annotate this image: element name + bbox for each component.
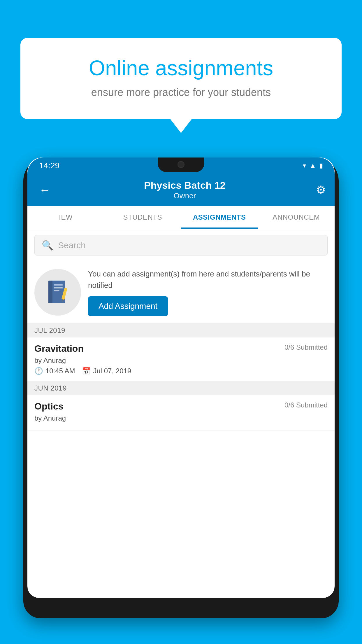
promo-text: You can add assignment(s) from here and … (88, 268, 328, 291)
search-icon: 🔍 (42, 240, 53, 251)
assignment-header-optics: Optics 0/6 Submitted (34, 401, 328, 412)
assignment-by: by Anurag (34, 356, 328, 365)
status-icons: ▾ ▲ ▮ (303, 162, 323, 169)
tabs-bar: IEW STUDENTS ASSIGNMENTS ANNOUNCEM (27, 206, 335, 229)
speech-bubble-area: Online assignments ensure more practice … (20, 38, 342, 119)
signal-icon: ▲ (310, 162, 316, 169)
app-bar-title-area: Physics Batch 12 Owner (54, 179, 316, 200)
phone-outer: 14:29 ▾ ▲ ▮ ← Physics Batch 12 Owner ⚙ I… (23, 158, 339, 618)
tab-assignments[interactable]: ASSIGNMENTS (181, 206, 258, 229)
assignment-item-gravitation[interactable]: Gravitation 0/6 Submitted by Anurag 🕐 10… (27, 337, 335, 381)
assignment-header: Gravitation 0/6 Submitted (34, 343, 328, 354)
calendar-icon: 📅 (82, 367, 91, 375)
phone-notch (158, 158, 204, 172)
bubble-title: Online assignments (41, 55, 321, 80)
promo-right: You can add assignment(s) from here and … (88, 268, 328, 316)
promo-icon-circle (34, 269, 81, 316)
phone-screen: 14:29 ▾ ▲ ▮ ← Physics Batch 12 Owner ⚙ I… (27, 158, 335, 598)
meta-time: 🕐 10:45 AM (34, 367, 75, 375)
time-value: 10:45 AM (45, 367, 75, 375)
battery-icon: ▮ (319, 162, 323, 169)
month-separator-jul: JUL 2019 (27, 323, 335, 337)
back-button[interactable]: ← (36, 181, 54, 200)
svg-rect-2 (54, 284, 63, 286)
assignment-title: Gravitation (34, 343, 84, 354)
assignment-title-optics: Optics (34, 401, 64, 412)
settings-button[interactable]: ⚙ (316, 183, 326, 196)
clock-icon: 🕐 (34, 367, 43, 375)
content-area: 🔍 Search (27, 229, 335, 431)
month-separator-jun: JUN 2019 (27, 381, 335, 395)
svg-rect-4 (54, 290, 59, 291)
tab-announcements[interactable]: ANNOUNCEM (258, 206, 335, 229)
add-assignment-promo: You can add assignment(s) from here and … (27, 261, 335, 323)
date-value: Jul 07, 2019 (93, 367, 131, 375)
search-placeholder: Search (58, 240, 86, 250)
app-bar-title: Physics Batch 12 (54, 179, 316, 191)
phone-camera (178, 161, 184, 168)
assignment-submitted: 0/6 Submitted (284, 343, 328, 351)
assignment-by-optics: by Anurag (34, 414, 328, 422)
app-bar: ← Physics Batch 12 Owner ⚙ (27, 174, 335, 206)
phone-wrapper: 14:29 ▾ ▲ ▮ ← Physics Batch 12 Owner ⚙ I… (23, 158, 339, 644)
svg-rect-1 (48, 281, 52, 303)
add-assignment-button[interactable]: Add Assignment (88, 296, 168, 316)
tab-students[interactable]: STUDENTS (104, 206, 181, 229)
bubble-subtitle: ensure more practice for your students (41, 86, 321, 99)
meta-date: 📅 Jul 07, 2019 (82, 367, 131, 375)
assignment-meta: 🕐 10:45 AM 📅 Jul 07, 2019 (34, 367, 328, 375)
tab-iew[interactable]: IEW (27, 206, 104, 229)
search-container: 🔍 Search (27, 229, 335, 261)
search-bar[interactable]: 🔍 Search (34, 235, 328, 256)
notebook-icon (46, 279, 69, 305)
app-bar-subtitle: Owner (54, 191, 316, 200)
speech-bubble: Online assignments ensure more practice … (20, 38, 342, 119)
assignment-submitted-optics: 0/6 Submitted (284, 401, 328, 409)
status-time: 14:29 (39, 161, 59, 170)
svg-rect-3 (54, 287, 63, 288)
wifi-icon: ▾ (303, 162, 306, 169)
assignment-item-optics[interactable]: Optics 0/6 Submitted by Anurag (27, 395, 335, 431)
